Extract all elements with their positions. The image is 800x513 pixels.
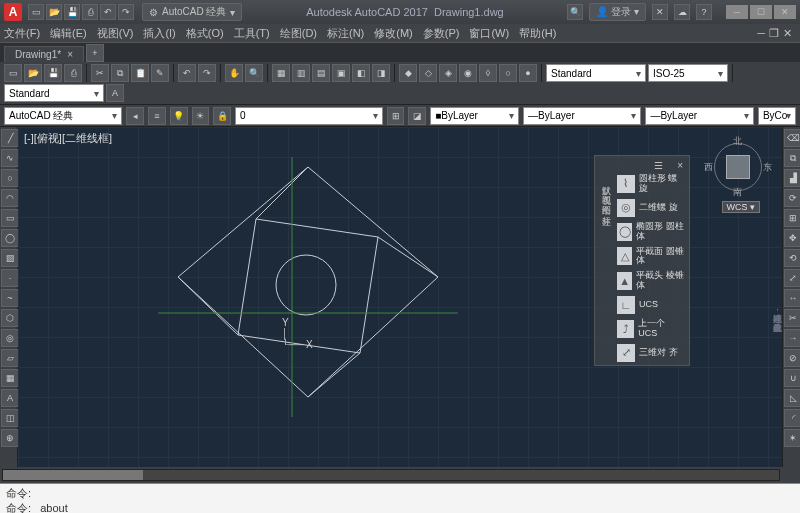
horizontal-scrollbar[interactable] xyxy=(2,469,780,481)
tool-cut-icon[interactable]: ✂ xyxy=(91,64,109,82)
tool-paste-icon[interactable]: 📋 xyxy=(131,64,149,82)
layer-states-icon[interactable]: ≡ xyxy=(148,107,166,125)
offset-icon[interactable]: ⟳ xyxy=(784,189,800,207)
trim-icon[interactable]: ✂ xyxy=(784,309,800,327)
tool-prop-icon[interactable]: ▦ xyxy=(272,64,290,82)
cube-face-top[interactable] xyxy=(726,155,750,179)
close-icon[interactable]: × xyxy=(677,160,683,171)
palette-item-frustum-pyramid[interactable]: ▲平截头 棱锥体 xyxy=(615,270,687,292)
menu-tools[interactable]: 工具(T) xyxy=(234,26,270,41)
table-icon[interactable]: ▦ xyxy=(1,369,19,387)
palette-tab-view[interactable]: 视图 xyxy=(598,187,615,191)
qat-print-icon[interactable]: ⎙ xyxy=(82,4,98,20)
a360-icon[interactable]: ☁ xyxy=(674,4,690,20)
qat-save-icon[interactable]: 💾 xyxy=(64,4,80,20)
view-cube[interactable]: 北 南 西 东 xyxy=(708,137,768,197)
tool-pan-icon[interactable]: ✋ xyxy=(225,64,243,82)
menu-view[interactable]: 视图(V) xyxy=(97,26,134,41)
explode-icon[interactable]: ✶ xyxy=(784,429,800,447)
workspace-combo[interactable]: AutoCAD 经典 xyxy=(4,107,122,125)
tool-calc-icon[interactable]: ◨ xyxy=(372,64,390,82)
menu-edit[interactable]: 编辑(E) xyxy=(50,26,87,41)
palette-item-ucs[interactable]: ∟UCS xyxy=(615,295,687,315)
plot-style-combo[interactable]: ByCo xyxy=(758,107,796,125)
tool-save-icon[interactable]: 💾 xyxy=(44,64,62,82)
palette-item-align3d[interactable]: ⤢三维对 齐 xyxy=(615,343,687,363)
block-icon[interactable]: ◫ xyxy=(1,409,19,427)
palette-item-ucs-prev[interactable]: ⤴上一个 UCS xyxy=(615,318,687,340)
tool-m5-icon[interactable]: ◊ xyxy=(479,64,497,82)
ucs-icon[interactable]: Y│└── X xyxy=(282,317,313,350)
close-icon[interactable]: × xyxy=(67,49,73,60)
qat-redo-icon[interactable]: ↷ xyxy=(118,4,134,20)
erase-icon[interactable]: ⌫ xyxy=(784,129,800,147)
tool-m3-icon[interactable]: ◈ xyxy=(439,64,457,82)
palette-tab-draw[interactable]: 绘图 xyxy=(598,197,615,201)
qat-open-icon[interactable]: 📂 xyxy=(46,4,62,20)
extend-icon[interactable]: → xyxy=(784,329,800,347)
maximize-button[interactable]: ☐ xyxy=(750,5,772,19)
command-window[interactable]: 命令: 命令: _about ▷ 键入命令 xyxy=(0,483,800,513)
tool-zoom-icon[interactable]: 🔍 xyxy=(245,64,263,82)
tool-m1-icon[interactable]: ◆ xyxy=(399,64,417,82)
tool-m4-icon[interactable]: ◉ xyxy=(459,64,477,82)
doc-restore-icon[interactable]: ❐ xyxy=(769,27,779,40)
tool-m6-icon[interactable]: ○ xyxy=(499,64,517,82)
tool-undo-icon[interactable]: ↶ xyxy=(178,64,196,82)
sun-icon[interactable]: ☀ xyxy=(192,107,210,125)
polygon-icon[interactable]: ⬡ xyxy=(1,309,19,327)
menu-param[interactable]: 参数(P) xyxy=(423,26,460,41)
point-icon[interactable]: · xyxy=(1,269,19,287)
palette-item-helix-2d[interactable]: ◎二维螺 旋 xyxy=(615,198,687,218)
break-icon[interactable]: ⊘ xyxy=(784,349,800,367)
palette-item-frustum-cone[interactable]: △平截面 圆锥体 xyxy=(615,246,687,268)
tool-m2-icon[interactable]: ◇ xyxy=(419,64,437,82)
join-icon[interactable]: ∪ xyxy=(784,369,800,387)
rotate-icon[interactable]: ⟲ xyxy=(784,249,800,267)
rect-icon[interactable]: ▭ xyxy=(1,209,19,227)
menu-draw[interactable]: 绘图(D) xyxy=(280,26,317,41)
hatch-icon[interactable]: ▨ xyxy=(1,249,19,267)
array-icon[interactable]: ⊞ xyxy=(784,209,800,227)
wcs-badge[interactable]: WCS ▾ xyxy=(722,201,761,213)
region-icon[interactable]: ▱ xyxy=(1,349,19,367)
copy2-icon[interactable]: ⧉ xyxy=(784,149,800,167)
tool-open-icon[interactable]: 📂 xyxy=(24,64,42,82)
tool-dc-icon[interactable]: ▥ xyxy=(292,64,310,82)
tool-ssm-icon[interactable]: ▣ xyxy=(332,64,350,82)
modeling-hint[interactable]: 建模概述，单击此处查看 xyxy=(771,307,782,316)
menu-help[interactable]: 帮助(H) xyxy=(519,26,556,41)
palette-tab-dim[interactable]: 标注 xyxy=(598,207,615,211)
qat-new-icon[interactable]: ▭ xyxy=(28,4,44,20)
donut-icon[interactable]: ◎ xyxy=(1,329,19,347)
mtext-icon[interactable]: A xyxy=(1,389,19,407)
tool-copy-icon[interactable]: ⧉ xyxy=(111,64,129,82)
layer-prev-icon[interactable]: ◂ xyxy=(126,107,144,125)
tool-match-icon[interactable]: ✎ xyxy=(151,64,169,82)
login-button[interactable]: 👤 登录 ▾ xyxy=(589,3,646,21)
bulb-icon[interactable]: 💡 xyxy=(170,107,188,125)
tool-new-icon[interactable]: ▭ xyxy=(4,64,22,82)
chamfer-icon[interactable]: ◺ xyxy=(784,389,800,407)
view-label[interactable]: [-][俯视][二维线框] xyxy=(24,131,112,146)
menu-insert[interactable]: 插入(I) xyxy=(143,26,175,41)
color-combo[interactable]: ■ ByLayer xyxy=(430,107,519,125)
stretch-icon[interactable]: ↔ xyxy=(784,289,800,307)
layer-combo[interactable]: 0 xyxy=(235,107,383,125)
linetype-combo[interactable]: — ByLayer xyxy=(523,107,641,125)
line-icon[interactable]: ╱ xyxy=(1,129,19,147)
search-icon[interactable]: 🔍 xyxy=(567,4,583,20)
menu-window[interactable]: 窗口(W) xyxy=(469,26,509,41)
palette-item-elliptic-cyl[interactable]: ◯椭圆形 圆柱体 xyxy=(615,221,687,243)
menu-dim[interactable]: 标注(N) xyxy=(327,26,364,41)
drawing-canvas[interactable]: [-][俯视][二维线框] Y│└── X xyxy=(18,127,782,467)
doc-minimize-icon[interactable]: ─ xyxy=(757,27,765,40)
close-button[interactable]: ✕ xyxy=(774,5,796,19)
dim-style-combo[interactable]: Standard xyxy=(546,64,646,82)
menu-modify[interactable]: 修改(M) xyxy=(374,26,413,41)
workspace-switcher[interactable]: ⚙ AutoCAD 经典 ▾ xyxy=(142,3,242,21)
palette-tab-default[interactable]: 默认 xyxy=(598,177,615,181)
qat-undo-icon[interactable]: ↶ xyxy=(100,4,116,20)
iso-combo[interactable]: ISO-25 xyxy=(648,64,728,82)
tool-plot-icon[interactable]: ⎙ xyxy=(64,64,82,82)
